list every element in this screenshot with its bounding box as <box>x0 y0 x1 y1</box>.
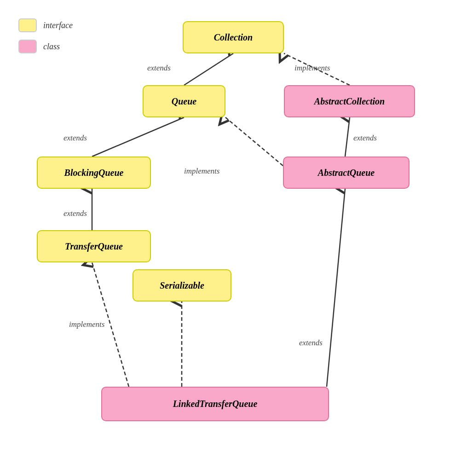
legend-class: class <box>18 40 73 53</box>
node-collection: Collection <box>183 21 284 53</box>
label-extends-transferqueue-blockingqueue: extends <box>63 209 87 218</box>
node-blocking-queue: BlockingQueue <box>37 157 151 189</box>
node-transfer-queue: TransferQueue <box>37 230 151 262</box>
linkedtransferqueue-extends-abstractqueue-arrow <box>327 189 345 387</box>
diagram-container: interface class <box>0 0 450 476</box>
label-extends-abstractqueue-abstractcollection: extends <box>353 134 377 143</box>
label-extends-ltq-abstractqueue: extends <box>299 338 323 348</box>
abstractqueue-extends-abstractcollection-arrow <box>345 117 350 157</box>
node-abstract-queue: AbstractQueue <box>283 157 410 189</box>
legend-class-label: class <box>43 42 60 52</box>
legend-class-box <box>18 40 37 53</box>
blockingqueue-extends-queue-arrow <box>92 117 184 157</box>
node-linked-transfer-queue: LinkedTransferQueue <box>101 387 329 421</box>
node-queue: Queue <box>143 85 225 117</box>
legend-interface-box <box>18 18 37 32</box>
legend-interface-label: interface <box>43 21 73 30</box>
abstractqueue-implements-queue-arrow <box>225 117 283 166</box>
legend: interface class <box>18 18 73 61</box>
legend-interface: interface <box>18 18 73 32</box>
label-implements-ltq-transferqueue: implements <box>69 320 104 329</box>
label-extends-blockingqueue-queue: extends <box>63 134 87 143</box>
label-implements-abstractqueue-queue: implements <box>184 167 219 176</box>
label-extends-queue-collection: extends <box>147 64 171 73</box>
queue-extends-collection-arrow <box>184 53 233 85</box>
node-serializable: Serializable <box>133 269 231 302</box>
label-implements-abstractcollection-collection: implements <box>294 64 330 73</box>
node-abstract-collection: AbstractCollection <box>284 85 415 117</box>
